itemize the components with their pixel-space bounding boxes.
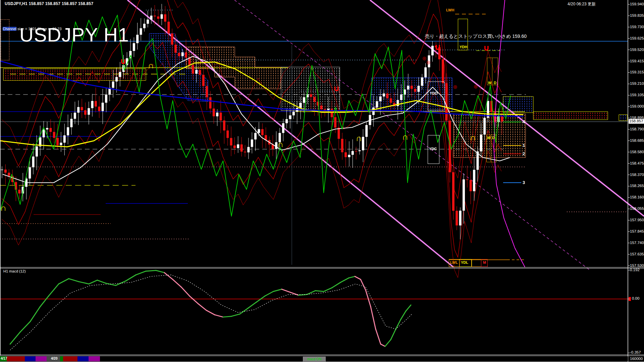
macd-main-line xyxy=(79,282,89,284)
macd-pane-label: H1 macd (12) xyxy=(3,269,26,273)
candle xyxy=(282,119,284,141)
macd-main-line xyxy=(223,316,231,317)
candle xyxy=(226,125,229,145)
candle xyxy=(362,129,364,162)
macd-main-line xyxy=(401,311,406,319)
macd-axis-bottom: -0.357 xyxy=(630,350,641,354)
candle xyxy=(272,135,274,156)
timeline-segment xyxy=(89,356,100,361)
candle xyxy=(53,122,55,143)
macd-main-line xyxy=(136,271,146,275)
pivot-number-1: 1 xyxy=(523,143,525,148)
price-tick-159.315: 159.315 xyxy=(630,70,644,74)
macd-main-line xyxy=(59,279,69,284)
candle xyxy=(91,94,94,117)
candle xyxy=(251,132,253,154)
candle xyxy=(39,126,41,156)
pane-separator-top[interactable] xyxy=(0,267,644,267)
price-tick-159.835: 159.835 xyxy=(630,13,644,17)
trade-note-annotation[interactable]: 売り・超えるとストップロス買い小さめ 159.60 xyxy=(425,34,527,40)
candle xyxy=(341,133,343,160)
macd-main-line xyxy=(355,277,361,280)
level-box-divider xyxy=(492,58,492,84)
level-box[interactable] xyxy=(471,259,481,267)
candle xyxy=(1,166,3,178)
timeline-date-4/17: 4/17 xyxy=(1,357,7,360)
candle xyxy=(161,4,163,25)
channel-values: size = 1801 Slope = -19.23 xyxy=(16,27,62,31)
level-box[interactable] xyxy=(1,19,9,60)
candle xyxy=(233,137,236,155)
price-tick-157.740: 157.740 xyxy=(630,241,644,245)
candle xyxy=(67,115,69,144)
candle xyxy=(237,136,239,153)
macd-toggle-button[interactable]: macd ON xyxy=(303,357,326,362)
candle xyxy=(140,18,142,41)
macd-main-line xyxy=(376,329,381,344)
price-tick-158.475: 158.475 xyxy=(630,161,644,165)
candle xyxy=(102,89,104,124)
turn-up-icon: ∩ xyxy=(0,203,7,213)
candle xyxy=(63,124,66,156)
pane-separator-bottom[interactable] xyxy=(0,355,644,355)
price-tick-158.160: 158.160 xyxy=(630,195,644,199)
chart-canvas[interactable] xyxy=(0,0,644,362)
candle xyxy=(60,132,62,152)
candle xyxy=(49,119,52,143)
turn-up-icon: ∩ xyxy=(148,60,154,71)
candle xyxy=(108,81,111,101)
cloud-future-red xyxy=(533,112,608,120)
ohlc-quote-line: USDJPY,H1 158.857 158.857 158.857 158.85… xyxy=(5,1,94,6)
timeline-segment xyxy=(36,356,47,361)
macd-main-line xyxy=(282,289,290,292)
macd-main-line xyxy=(265,292,273,296)
macd-main-line xyxy=(231,314,240,316)
candle xyxy=(355,147,357,160)
level-box[interactable] xyxy=(428,81,444,110)
pane-separator-top2 xyxy=(0,268,644,268)
price-tick-157.530: 157.530 xyxy=(630,263,644,267)
candle xyxy=(455,206,458,230)
signal-circle-icon: ◎ xyxy=(426,60,430,65)
signal-circle-icon: ◎ xyxy=(453,84,457,89)
macd-main-line xyxy=(146,270,156,271)
macd-main-line xyxy=(371,306,376,329)
macd-main-line xyxy=(106,283,116,286)
level-label-LWL: LWL xyxy=(450,260,458,264)
macd-main-line xyxy=(307,291,315,294)
level-label-D: D xyxy=(494,81,496,85)
macd-main-line xyxy=(361,280,366,290)
turn-up-icon: ∩ xyxy=(356,133,362,143)
candle xyxy=(244,145,246,157)
candle xyxy=(4,164,7,184)
candle xyxy=(431,41,434,62)
channel-indicator-readout: Channel size = 1801 Slope = -19.23 xyxy=(3,27,62,31)
price-tick-159.730: 159.730 xyxy=(630,25,644,29)
macd-main-line xyxy=(173,280,181,287)
price-tick-159.105: 159.105 xyxy=(630,93,644,97)
macd-main-line xyxy=(391,329,396,340)
candle xyxy=(268,136,270,157)
turn-down-icon: ∪ xyxy=(333,84,340,93)
timeline-segment xyxy=(77,356,89,361)
candle xyxy=(261,123,264,148)
candle xyxy=(365,121,368,147)
candle xyxy=(150,8,153,24)
candle xyxy=(136,23,139,50)
level-label-YDL: YDL xyxy=(461,260,468,264)
candle xyxy=(25,174,28,199)
pivot-number-4: 4 xyxy=(523,119,525,124)
macd-main-line xyxy=(181,287,190,296)
price-tick-159.210: 159.210 xyxy=(630,81,644,85)
candle xyxy=(46,122,48,138)
pane-separator-bottom2 xyxy=(0,356,644,356)
price-tick-158.895: 158.895 xyxy=(630,116,644,120)
turn-up-icon: ∩ xyxy=(277,139,284,149)
price-tick-158.265: 158.265 xyxy=(630,184,644,188)
turn-down-icon: ∪ xyxy=(483,43,490,53)
signal-circle-icon: ◎ xyxy=(474,84,477,89)
bottom-pane-axis-label: 160000 xyxy=(630,357,643,361)
macd-main-line xyxy=(156,270,164,273)
price-tick-159.940: 159.940 xyxy=(630,2,644,6)
macd-main-line xyxy=(273,289,282,292)
